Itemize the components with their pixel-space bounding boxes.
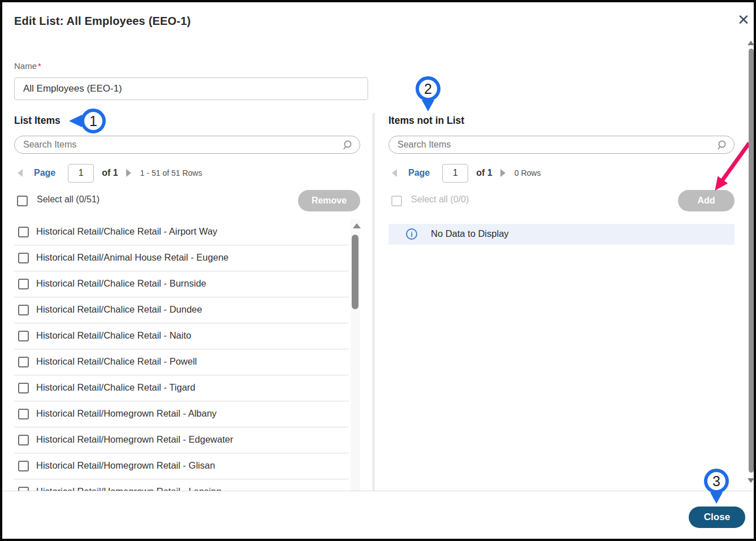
name-label-text: Name xyxy=(14,61,37,71)
annotation-step-3: 3 xyxy=(704,469,729,494)
prev-page-icon[interactable] xyxy=(392,169,397,177)
list-items-search xyxy=(14,136,360,154)
item-label: Historical Retail/Chalice Retail - Airpo… xyxy=(36,226,217,237)
list-items-list: Historical Retail/Chalice Retail - Airpo… xyxy=(14,219,349,491)
item-label: Historical Retail/Homegrown Retail - Alb… xyxy=(36,408,217,419)
no-data-banner: i No Data to Display xyxy=(388,224,735,245)
search-input[interactable] xyxy=(398,137,714,153)
items-not-in-list-heading: Items not in List xyxy=(388,115,464,127)
page-scroll-down-icon[interactable] xyxy=(748,478,754,483)
no-data-message: No Data to Display xyxy=(431,228,509,239)
table-row[interactable]: Historical Retail/Chalice Retail - Burns… xyxy=(14,271,349,297)
of-label: of 1 xyxy=(102,168,118,178)
prev-page-icon[interactable] xyxy=(18,169,23,177)
next-page-icon[interactable] xyxy=(126,169,131,177)
select-all-row-left: Select all (0/51) Remove xyxy=(14,190,360,211)
pagination-right: Page of 1 0 Rows xyxy=(392,163,541,183)
list-items-heading: List Items xyxy=(14,115,61,127)
annotation-arrow-icon xyxy=(694,137,754,201)
table-row[interactable]: Historical Retail/Chalice Retail - Powel… xyxy=(14,349,349,375)
table-row[interactable]: Historical Retail/Chalice Retail - Naito xyxy=(14,323,349,349)
item-label: Historical Retail/Chalice Retail - Naito xyxy=(36,330,191,341)
scroll-up-icon[interactable] xyxy=(353,223,361,228)
search-icon[interactable] xyxy=(343,140,354,151)
item-label: Historical Retail/Homegrown Retail - Edg… xyxy=(36,434,233,445)
select-all-row-right: Select all (0/0) Add xyxy=(388,190,735,211)
footer-divider xyxy=(2,491,754,491)
item-label: Historical Retail/Chalice Retail - Dunde… xyxy=(36,304,202,315)
item-checkbox[interactable] xyxy=(18,227,29,237)
pagination-left: Page of 1 1 - 51 of 51 Rows xyxy=(18,163,202,183)
panel-divider xyxy=(372,113,375,491)
info-icon: i xyxy=(406,228,417,240)
select-all-label: Select all (0/0) xyxy=(411,194,469,205)
item-checkbox[interactable] xyxy=(18,253,29,263)
page-label: Page xyxy=(34,168,55,178)
edit-list-dialog: Edit List: All Employees (EEO-1) ✕ Name*… xyxy=(0,0,756,541)
item-checkbox[interactable] xyxy=(18,305,29,315)
annotation-step-2: 2 xyxy=(416,76,440,101)
table-row[interactable]: Historical Retail/Chalice Retail - Airpo… xyxy=(14,219,349,245)
close-button[interactable]: Close xyxy=(689,507,745,528)
rows-count: 1 - 51 of 51 Rows xyxy=(140,168,202,178)
table-row[interactable]: Historical Retail/Homegrown Retail - Edg… xyxy=(14,427,349,453)
page-input[interactable] xyxy=(442,164,468,183)
select-all-checkbox[interactable] xyxy=(17,196,28,206)
table-row[interactable]: Historical Retail/Homegrown Retail - Lan… xyxy=(14,479,349,491)
table-row[interactable]: Historical Retail/Chalice Retail - Tigar… xyxy=(14,375,349,401)
item-label: Historical Retail/Animal House Retail - … xyxy=(36,252,228,263)
items-not-in-list-search xyxy=(388,136,735,154)
item-label: Historical Retail/Homegrown Retail - Lan… xyxy=(36,486,221,491)
item-checkbox[interactable] xyxy=(18,383,29,393)
page-scroll-up-icon[interactable] xyxy=(748,41,754,45)
item-checkbox[interactable] xyxy=(18,331,29,341)
page-label: Page xyxy=(408,168,430,178)
search-input[interactable] xyxy=(23,137,340,153)
items-not-in-list-panel: Items not in List Page of 1 0 Rows Selec… xyxy=(388,115,735,491)
item-checkbox[interactable] xyxy=(18,461,29,471)
close-icon[interactable]: ✕ xyxy=(737,11,750,29)
item-checkbox[interactable] xyxy=(18,279,29,289)
item-label: Historical Retail/Chalice Retail - Powel… xyxy=(36,356,197,367)
item-checkbox[interactable] xyxy=(18,487,29,491)
next-page-icon[interactable] xyxy=(500,169,506,177)
annotation-step-1: 1 xyxy=(81,109,106,133)
page-scrollbar-thumb[interactable] xyxy=(749,49,754,473)
table-row[interactable]: Historical Retail/Animal House Retail - … xyxy=(14,245,349,271)
list-scrollbar-thumb[interactable] xyxy=(352,235,358,309)
list-items-panel: List Items Page of 1 1 - 51 of 51 Rows S… xyxy=(14,115,360,491)
page-input[interactable] xyxy=(68,164,94,183)
name-label: Name* xyxy=(14,61,41,71)
item-checkbox[interactable] xyxy=(18,409,29,419)
item-checkbox[interactable] xyxy=(18,357,29,367)
page-title: Edit List: All Employees (EEO-1) xyxy=(14,15,191,28)
required-asterisk: * xyxy=(38,61,41,71)
table-row[interactable]: Historical Retail/Homegrown Retail - Gli… xyxy=(14,453,349,479)
remove-button[interactable]: Remove xyxy=(298,190,360,211)
select-all-label: Select all (0/51) xyxy=(37,194,100,205)
item-label: Historical Retail/Homegrown Retail - Gli… xyxy=(36,460,215,471)
table-row[interactable]: Historical Retail/Homegrown Retail - Alb… xyxy=(14,401,349,427)
item-label: Historical Retail/Chalice Retail - Tigar… xyxy=(36,382,196,393)
of-label: of 1 xyxy=(476,168,492,178)
select-all-checkbox[interactable] xyxy=(391,196,402,206)
rows-count: 0 Rows xyxy=(515,168,541,178)
annotation-step-2-pointer-icon xyxy=(422,100,434,111)
table-row[interactable]: Historical Retail/Chalice Retail - Dunde… xyxy=(14,297,349,323)
annotation-step-3-pointer-icon xyxy=(710,492,723,504)
name-field[interactable] xyxy=(14,77,368,100)
item-label: Historical Retail/Chalice Retail - Burns… xyxy=(36,278,206,289)
item-checkbox[interactable] xyxy=(18,435,29,445)
annotation-step-1-pointer-icon xyxy=(69,115,82,127)
